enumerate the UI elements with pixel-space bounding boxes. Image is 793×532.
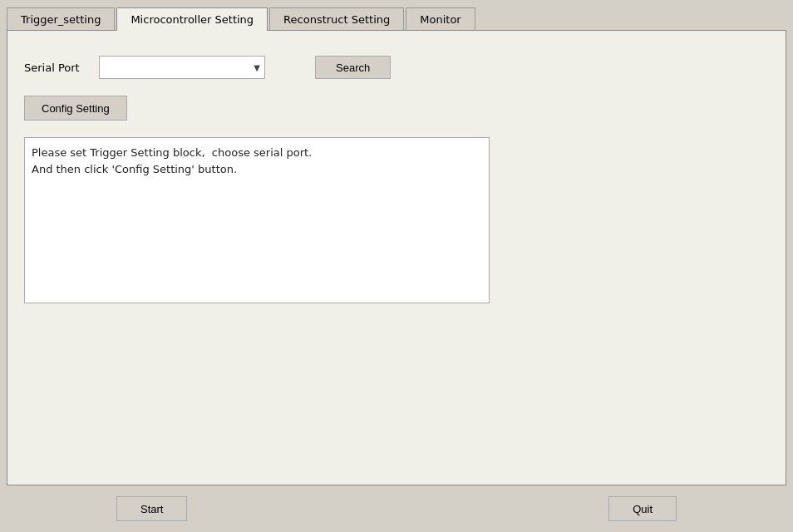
- tab-bar: Trigger_setting Microcontroller Setting …: [0, 0, 793, 30]
- info-textarea[interactable]: [24, 137, 490, 303]
- tab-monitor[interactable]: Monitor: [406, 7, 475, 31]
- main-content: Serial Port Search Config Setting: [7, 30, 786, 485]
- bottom-bar: Start Quit: [0, 485, 793, 532]
- serial-port-select[interactable]: [99, 56, 265, 79]
- quit-button[interactable]: Quit: [608, 496, 677, 521]
- start-button[interactable]: Start: [116, 496, 187, 521]
- serial-port-select-wrapper: [99, 56, 265, 79]
- tab-trigger-setting[interactable]: Trigger_setting: [7, 7, 115, 31]
- tab-reconstruct-setting[interactable]: Reconstruct Setting: [269, 7, 404, 31]
- serial-port-row: Serial Port Search: [24, 56, 769, 79]
- config-setting-button[interactable]: Config Setting: [24, 96, 127, 121]
- tab-microcontroller-setting[interactable]: Microcontroller Setting: [116, 7, 268, 31]
- search-button[interactable]: Search: [315, 56, 391, 79]
- serial-port-label: Serial Port: [24, 62, 99, 74]
